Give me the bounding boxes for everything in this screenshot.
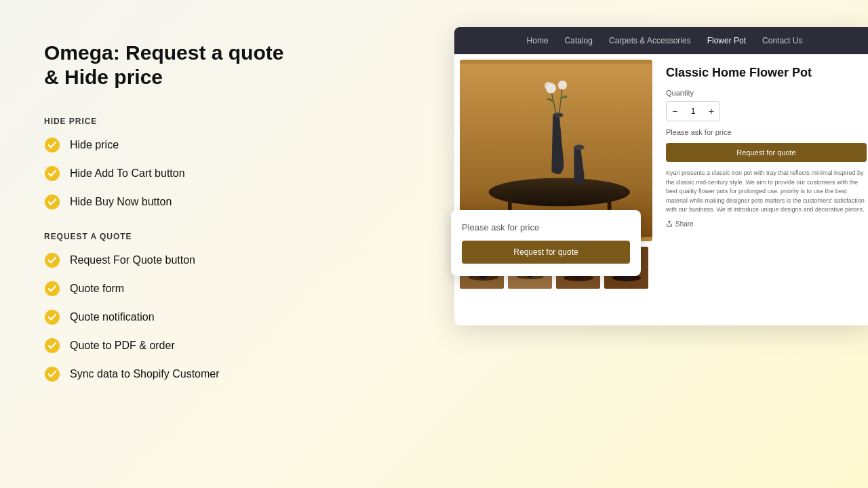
hide-price-list: Hide price Hide Add To Cart button Hide … [44,137,295,210]
nav-link[interactable]: Catalog [565,36,593,45]
svg-point-13 [574,144,585,150]
request-quote-btn[interactable]: Request for quote [666,143,867,162]
hide-price-section: HIDE PRICE Hide price Hide Add To Cart b… [44,117,295,210]
product-desc: Kyari presents a classic iron pot with t… [666,169,867,215]
feature-label: Hide price [70,139,119,151]
browser-nav: HomeCatalogCarpets & AccessoriesFlower P… [454,27,868,54]
feature-label: Hide Add To Cart button [70,167,185,180]
nav-link[interactable]: Flower Pot [707,36,746,45]
right-panel: HomeCatalogCarpets & AccessoriesFlower P… [339,0,868,488]
check-icon [44,281,60,297]
feature-item: Request For Quote button [44,252,295,268]
feature-item: Sync data to Shopify Customer [44,366,295,382]
feature-item: Quote form [44,281,295,297]
check-icon [44,137,60,153]
check-icon [44,366,60,382]
share-btn[interactable]: Share [666,220,867,228]
nav-link[interactable]: Contact Us [762,36,802,45]
feature-label: Request For Quote button [70,254,195,266]
check-icon [44,252,60,268]
feature-item: Quote notification [44,309,295,325]
check-icon [44,309,60,325]
feature-label: Quote form [70,283,124,295]
product-title: Classic Home Flower Pot [666,65,867,81]
feature-item: Hide Buy Now button [44,194,295,210]
main-container: Omega: Request a quote & Hide price HIDE… [0,0,868,488]
quantity-label: Quantity [666,89,867,97]
request-quote-list: Request For Quote button Quote form Quot… [44,252,295,382]
quantity-control: − 1 + [666,101,720,121]
product-page: Classic Home Flower Pot Quantity − 1 + P… [454,54,868,325]
hide-price-label: HIDE PRICE [44,117,295,126]
svg-point-18 [558,81,567,89]
share-label: Share [675,220,694,228]
feature-item: Quote to PDF & order [44,338,295,354]
popup-request-btn[interactable]: Request for quote [462,241,630,264]
nav-link[interactable]: Carpets & Accessories [609,36,691,45]
feature-item: Hide Add To Cart button [44,165,295,182]
nav-link[interactable]: Home [527,36,549,45]
feature-label: Quote to PDF & order [70,340,175,352]
check-icon [44,194,60,210]
request-quote-section: REQUEST A QUOTE Request For Quote button… [44,232,295,382]
floating-popup: Please ask for price Request for quote [451,210,641,276]
svg-point-17 [545,82,552,89]
feature-label: Quote notification [70,311,155,323]
svg-point-12 [553,113,563,118]
popup-ask-price: Please ask for price [462,222,630,232]
qty-value: 1 [683,106,703,116]
qty-minus-btn[interactable]: − [667,102,683,121]
ask-price-text: Please ask for price [666,128,867,136]
product-info-col: Classic Home Flower Pot Quantity − 1 + P… [658,54,868,325]
feature-item: Hide price [44,137,295,153]
left-panel: Omega: Request a quote & Hide price HIDE… [0,0,339,488]
request-quote-label: REQUEST A QUOTE [44,232,295,241]
qty-plus-btn[interactable]: + [703,102,719,121]
browser-mockup: HomeCatalogCarpets & AccessoriesFlower P… [454,27,868,325]
page-title: Omega: Request a quote & Hide price [44,41,295,89]
check-icon [44,338,60,354]
check-icon [44,165,60,182]
feature-label: Sync data to Shopify Customer [70,368,220,380]
feature-label: Hide Buy Now button [70,196,172,208]
product-images-col [454,54,658,325]
